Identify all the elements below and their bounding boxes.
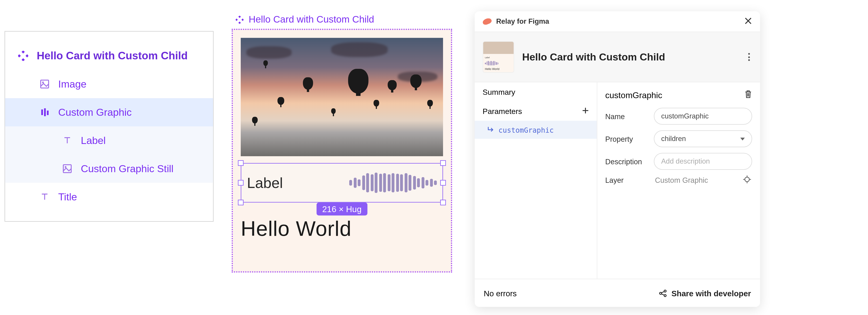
name-input-value: customGraphic bbox=[661, 112, 709, 120]
relay-app-title: Relay for Figma bbox=[496, 18, 549, 26]
layer-row-title[interactable]: Title bbox=[5, 183, 213, 211]
selection-handle[interactable] bbox=[440, 160, 446, 166]
relay-header: Label Hello World Hello Card with Custom… bbox=[475, 32, 760, 82]
frame-label-text: Hello Card with Custom Child bbox=[249, 14, 374, 26]
svg-rect-14 bbox=[241, 19, 243, 21]
selection-handle[interactable] bbox=[238, 180, 244, 186]
card-title-text[interactable]: Hello World bbox=[241, 217, 443, 241]
svg-point-15 bbox=[745, 177, 749, 182]
form-label: Layer bbox=[605, 176, 648, 184]
waveform-icon bbox=[349, 173, 437, 193]
balloon-icon bbox=[348, 69, 368, 94]
sidebar-item-parameters[interactable]: Parameters bbox=[475, 102, 597, 121]
balloon-icon bbox=[427, 100, 433, 107]
description-placeholder: Add description bbox=[661, 158, 710, 165]
svg-rect-6 bbox=[41, 109, 43, 115]
balloon-icon bbox=[264, 61, 268, 66]
enter-arrow-icon bbox=[487, 126, 494, 134]
sidebar-item-summary[interactable]: Summary bbox=[475, 82, 597, 102]
relay-header-title: Hello Card with Custom Child bbox=[522, 51, 738, 63]
layer-row-custom-graphic-still[interactable]: Custom Graphic Still bbox=[5, 154, 213, 183]
chevron-down-icon bbox=[740, 137, 745, 140]
component-thumbnail: Label Hello World bbox=[483, 41, 514, 73]
param-title: customGraphic bbox=[605, 90, 662, 100]
image-icon bbox=[62, 163, 73, 174]
form-label: Description bbox=[605, 157, 648, 166]
name-input[interactable]: customGraphic bbox=[654, 108, 752, 125]
svg-rect-8 bbox=[47, 111, 49, 115]
balloon-icon bbox=[374, 100, 379, 107]
param-item-customgraphic[interactable]: customGraphic bbox=[475, 121, 597, 139]
selection-size-badge: 216 × Hug bbox=[316, 203, 367, 216]
svg-rect-13 bbox=[236, 19, 238, 21]
frame-label[interactable]: Hello Card with Custom Child bbox=[232, 14, 452, 26]
layer-row-root[interactable]: Hello Card with Custom Child bbox=[5, 42, 213, 70]
layer-label: Image bbox=[58, 78, 87, 90]
frame-icon bbox=[39, 107, 51, 118]
layer-label: Custom Graphic bbox=[58, 106, 132, 118]
sidebar-item-label: Parameters bbox=[483, 107, 522, 115]
svg-point-18 bbox=[664, 294, 666, 296]
form-row-layer: Layer Custom Graphic bbox=[605, 176, 752, 185]
selection-handle[interactable] bbox=[440, 180, 446, 186]
svg-rect-1 bbox=[22, 58, 25, 61]
selection-handle[interactable] bbox=[440, 200, 446, 205]
balloon-icon bbox=[252, 117, 258, 124]
layer-label: Title bbox=[58, 191, 77, 203]
sidebar-item-label: Summary bbox=[483, 88, 515, 96]
svg-rect-12 bbox=[239, 22, 241, 24]
svg-rect-11 bbox=[239, 16, 241, 18]
form-label: Property bbox=[605, 135, 648, 143]
relay-logo-icon bbox=[482, 17, 492, 26]
balloon-icon bbox=[331, 108, 336, 114]
layer-row-image[interactable]: Image bbox=[5, 70, 213, 98]
relay-footer: No errors Share with developer bbox=[475, 279, 760, 307]
selection-handle[interactable] bbox=[238, 160, 244, 166]
svg-point-17 bbox=[664, 290, 666, 292]
text-icon bbox=[39, 191, 51, 203]
component-icon bbox=[18, 50, 29, 62]
balloon-icon bbox=[388, 80, 397, 90]
text-icon bbox=[62, 135, 73, 146]
form-row-property: Property children bbox=[605, 131, 752, 147]
svg-rect-2 bbox=[18, 54, 21, 57]
svg-point-16 bbox=[659, 292, 662, 294]
status-text: No errors bbox=[484, 289, 517, 298]
layer-value-text: Custom Graphic bbox=[655, 176, 708, 184]
image-icon bbox=[39, 78, 51, 90]
hello-card[interactable]: Label 216 × Hug Hello World bbox=[232, 29, 452, 273]
share-label: Share with developer bbox=[671, 289, 751, 298]
layer-label: Custom Graphic Still bbox=[81, 163, 174, 175]
form-row-name: Name customGraphic bbox=[605, 108, 752, 125]
target-icon[interactable] bbox=[743, 176, 751, 185]
relay-sidebar: Summary Parameters customGraphic bbox=[475, 82, 597, 279]
layer-row-label[interactable]: Label bbox=[5, 126, 213, 154]
selection-label-text: Label bbox=[247, 174, 283, 191]
canvas-frame[interactable]: Hello Card with Custom Child bbox=[232, 14, 452, 273]
relay-titlebar: Relay for Figma bbox=[475, 11, 760, 32]
balloon-icon bbox=[303, 77, 313, 90]
add-icon[interactable] bbox=[582, 107, 589, 115]
property-select[interactable]: children bbox=[654, 131, 752, 147]
delete-icon[interactable] bbox=[744, 90, 752, 100]
svg-rect-7 bbox=[44, 108, 46, 116]
form-label: Name bbox=[605, 112, 648, 120]
layer-label: Label bbox=[81, 135, 106, 146]
description-input[interactable]: Add description bbox=[654, 153, 752, 170]
share-with-developer-button[interactable]: Share with developer bbox=[659, 289, 751, 298]
balloon-icon bbox=[410, 74, 422, 88]
layer-tree-panel: Hello Card with Custom Child Image Custo… bbox=[4, 31, 214, 222]
selection-handle[interactable] bbox=[238, 200, 244, 205]
card-image[interactable] bbox=[241, 38, 443, 156]
svg-rect-0 bbox=[22, 51, 25, 54]
svg-rect-3 bbox=[26, 54, 28, 57]
layer-row-custom-graphic[interactable]: Custom Graphic bbox=[5, 98, 213, 126]
balloon-icon bbox=[278, 97, 284, 105]
more-menu-icon[interactable] bbox=[746, 51, 752, 63]
custom-graphic-selection[interactable]: Label bbox=[241, 163, 443, 203]
relay-main-pane: customGraphic Name customGraphic Propert… bbox=[597, 82, 760, 279]
component-icon bbox=[234, 14, 245, 26]
layer-label: Hello Card with Custom Child bbox=[37, 50, 188, 62]
close-icon[interactable] bbox=[744, 17, 752, 26]
param-item-label: customGraphic bbox=[498, 126, 554, 134]
